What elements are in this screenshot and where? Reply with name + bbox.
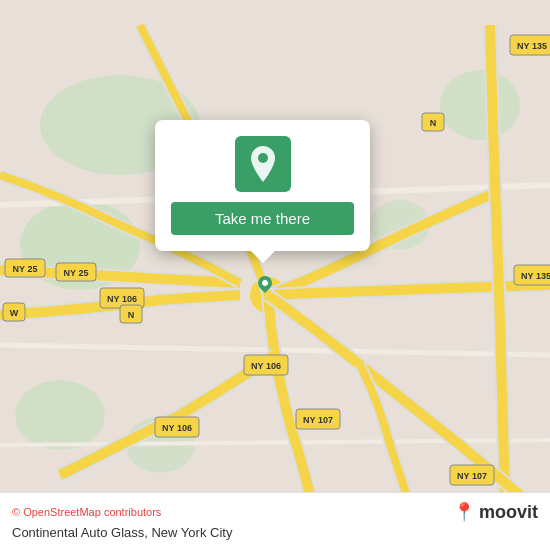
place-name-label: Continental Auto Glass, New York City — [12, 525, 538, 540]
location-popup: Take me there — [155, 120, 370, 251]
svg-text:NY 107: NY 107 — [457, 471, 487, 481]
svg-point-36 — [258, 153, 268, 163]
bottom-bar-top-row: © OpenStreetMap contributors 📍 moovit — [12, 501, 538, 523]
svg-text:NY 106: NY 106 — [251, 361, 281, 371]
moovit-logo: 📍 moovit — [453, 501, 538, 523]
bottom-bar: © OpenStreetMap contributors 📍 moovit Co… — [0, 492, 550, 550]
svg-text:NY 106: NY 106 — [162, 423, 192, 433]
svg-point-4 — [15, 380, 105, 450]
moovit-pin-icon: 📍 — [453, 501, 475, 523]
svg-text:N: N — [430, 118, 437, 128]
svg-text:NY 135: NY 135 — [517, 41, 547, 51]
take-me-there-button[interactable]: Take me there — [171, 202, 354, 235]
osm-credit: © OpenStreetMap contributors — [12, 506, 161, 518]
location-pin-icon — [247, 146, 279, 182]
moovit-label: moovit — [479, 502, 538, 523]
svg-text:NY 25: NY 25 — [13, 264, 38, 274]
osm-credit-text: OpenStreetMap contributors — [23, 506, 161, 518]
svg-text:W: W — [10, 308, 19, 318]
svg-text:NY 106: NY 106 — [107, 294, 137, 304]
svg-text:N: N — [128, 310, 135, 320]
pin-icon-bg — [235, 136, 291, 192]
svg-text:NY 135: NY 135 — [521, 271, 550, 281]
svg-text:NY 25: NY 25 — [64, 268, 89, 278]
map-container: NY 106 NY 25 NY 25 NY 106 NY 106 NY 107 … — [0, 0, 550, 550]
svg-text:NY 107: NY 107 — [303, 415, 333, 425]
svg-point-2 — [440, 70, 520, 140]
copyright-symbol: © — [12, 506, 20, 518]
map-roads: NY 106 NY 25 NY 25 NY 106 NY 106 NY 107 … — [0, 0, 550, 550]
